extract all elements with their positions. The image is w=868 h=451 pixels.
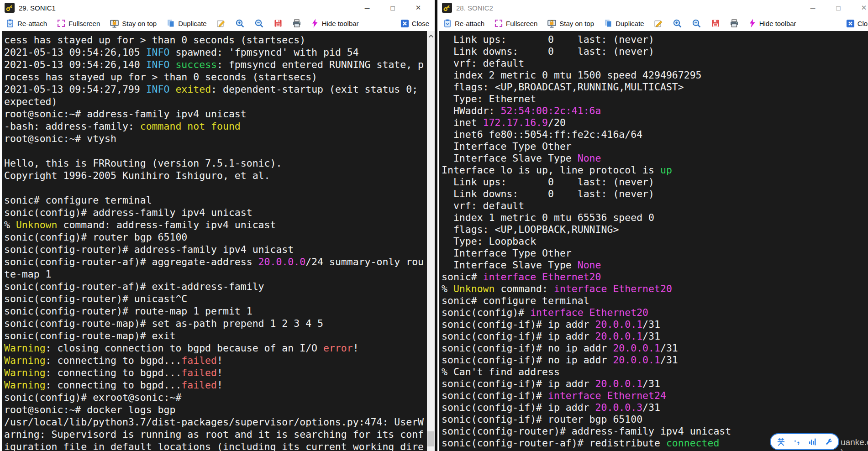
window-title: 29. SONIC1 xyxy=(19,4,56,12)
duplicate-icon xyxy=(604,19,613,28)
ime-settings-wrench-icon[interactable] xyxy=(825,438,833,446)
close-icon xyxy=(400,19,409,28)
zoom-in-button[interactable] xyxy=(235,19,245,28)
scrollbar-thumb[interactable] xyxy=(427,431,434,446)
terminal-line: vrf: default xyxy=(442,58,868,69)
terminal-line: Interface Slave Type None xyxy=(442,259,868,271)
duplicate-button[interactable]: Duplicate xyxy=(604,19,644,28)
duplicate-button[interactable]: Duplicate xyxy=(166,19,207,28)
terminal-line: inet6 fe80::5054:ff:fe2c:416a/64 xyxy=(442,129,868,141)
terminal-line: expected) xyxy=(4,95,427,108)
stay-on-top-button[interactable]: Stay on top xyxy=(110,19,157,28)
save-button[interactable] xyxy=(274,19,283,28)
close-button[interactable]: ✕ xyxy=(405,0,431,16)
ime-toolbar xyxy=(770,433,839,450)
terminal-line: index 2 metric 0 mtu 1500 speed 42949672… xyxy=(442,69,868,81)
window-sonic1: 29. SONIC1 ─ □ ✕ Re-attach Fullscreen St… xyxy=(0,0,435,451)
minimize-button[interactable]: ─ xyxy=(800,0,826,16)
close-console-button[interactable]: Close xyxy=(400,19,429,28)
edit-button[interactable] xyxy=(654,19,663,28)
terminal-line: Interface Type Other xyxy=(442,247,868,259)
scroll-up-icon[interactable] xyxy=(427,32,435,40)
save-floppy-icon xyxy=(274,19,283,28)
terminal-line: sonic# configure terminal xyxy=(442,295,868,307)
terminal-line: sonic(config-router)# route-map 1 permit… xyxy=(4,305,427,317)
hide-toolbar-button[interactable]: Hide toolbar xyxy=(311,19,359,28)
fullscreen-icon xyxy=(494,19,503,28)
ime-voice-icon[interactable] xyxy=(809,438,816,446)
reattach-button[interactable]: Re-attach xyxy=(5,19,47,28)
terminal-line: /usr/local/lib/python3.7/dist-packages/s… xyxy=(4,416,427,428)
terminal-line: root@sonic:~# address-family ipv4 unicas… xyxy=(4,108,427,120)
window-sonic2: 28. SONIC2 ─ □ ✕ Re-attach Fullscreen St… xyxy=(437,0,868,451)
terminal-sonic1[interactable]: cess has stayed up for > than 0 seconds … xyxy=(2,31,435,451)
terminal-line: Interface Slave Type None xyxy=(442,152,868,164)
terminal-line: % Unknown command: address-family ipv4 u… xyxy=(4,219,427,231)
maximize-button[interactable]: □ xyxy=(380,0,405,16)
terminal-line: Interface Type Other xyxy=(442,141,868,152)
reattach-label: Re-attach xyxy=(17,20,47,27)
terminal-line: te-map 1 xyxy=(4,268,427,280)
terminal-line: sonic(config)# router bgp 65100 xyxy=(4,231,427,243)
fullscreen-button[interactable]: Fullscreen xyxy=(494,19,537,28)
window-controls: ─ □ ✕ xyxy=(354,0,435,16)
print-button[interactable] xyxy=(730,19,739,28)
terminal-line: vrf: default xyxy=(442,200,868,212)
ime-punctuation-icon[interactable] xyxy=(794,438,800,446)
duplicate-label: Duplicate xyxy=(178,20,207,27)
terminal-line: -bash: address-family: command not found xyxy=(4,120,427,132)
close-label: Close xyxy=(412,20,429,27)
stay-on-top-button[interactable]: Stay on top xyxy=(547,19,594,28)
fullscreen-icon xyxy=(57,19,66,28)
scrollbar[interactable] xyxy=(427,31,435,451)
zoom-out-icon xyxy=(692,19,701,28)
maximize-button[interactable]: □ xyxy=(826,0,851,16)
terminal-line: sonic(config-router-af)# aggregate-addre… xyxy=(4,256,427,268)
terminal-line: Link ups: 0 last: (never) xyxy=(442,176,868,188)
stay-on-top-icon xyxy=(110,19,119,28)
toolbar: Re-attach Fullscreen Stay on top Duplica… xyxy=(437,16,868,31)
save-button[interactable] xyxy=(711,19,720,28)
print-button[interactable] xyxy=(292,19,301,28)
titlebar: 29. SONIC1 ─ □ ✕ xyxy=(0,0,435,16)
reattach-button[interactable]: Re-attach xyxy=(443,19,484,28)
zoom-in-button[interactable] xyxy=(673,19,682,28)
reattach-icon xyxy=(443,19,452,28)
window-controls: ─ □ ✕ xyxy=(800,0,868,16)
hide-toolbar-label: Hide toolbar xyxy=(322,20,359,27)
duplicate-label: Duplicate xyxy=(615,20,644,27)
terminal-line: sonic# configure terminal xyxy=(4,194,427,206)
terminal-line: index 1 metric 0 mtu 65536 speed 0 xyxy=(442,212,868,224)
terminal-line: flags: <UP,BROADCAST,RUNNING,MULTICAST> xyxy=(442,81,868,93)
hide-toolbar-button[interactable]: Hide toolbar xyxy=(748,19,796,28)
ime-language-icon[interactable] xyxy=(776,437,786,446)
terminal-sonic2[interactable]: Link ups: 0 last: (never) Link downs: 0 … xyxy=(439,31,868,451)
terminal-line: sonic(config-if)# ip addr 20.0.0.1/31 xyxy=(442,378,868,390)
terminal-line: sonic(config)# exroot@sonic:~# xyxy=(4,391,427,404)
minimize-button[interactable]: ─ xyxy=(354,0,380,16)
terminal-line: sonic(config-if)# no ip addr 20.0.0.1/31 xyxy=(442,342,868,354)
zoom-out-button[interactable] xyxy=(692,19,701,28)
toolbar: Re-attach Fullscreen Stay on top Duplica… xyxy=(0,16,435,31)
terminal-line: Interface lo is up, line protocol is up xyxy=(442,164,868,176)
terminal-line: sonic(config)# interface Ethernet20 xyxy=(442,307,868,319)
terminal-line: Link downs: 0 last: (never) xyxy=(442,188,868,200)
close-icon xyxy=(846,19,855,28)
edit-pencil-icon xyxy=(654,19,663,28)
terminal-line: Copyright 1996-2005 Kunihiro Ishiguro, e… xyxy=(4,169,427,182)
fullscreen-button[interactable]: Fullscreen xyxy=(57,19,100,28)
reattach-icon xyxy=(5,19,15,28)
stay-on-top-label: Stay on top xyxy=(122,20,157,27)
terminal-line: cess has stayed up for > than 0 seconds … xyxy=(4,34,427,46)
terminal-line: sonic(config-route-map)# set as-path pre… xyxy=(4,317,427,330)
edit-button[interactable] xyxy=(216,19,226,28)
close-button[interactable]: ✕ xyxy=(851,0,868,16)
terminal-line: % Unknown command: interface Ethernet20 xyxy=(442,283,868,295)
close-label: Close xyxy=(857,20,868,27)
zoom-out-button[interactable] xyxy=(254,19,264,28)
window-title: 28. SONIC2 xyxy=(456,4,493,12)
terminal-line: sonic(config-router-af)# exit-address-fa… xyxy=(4,280,427,293)
stay-on-top-label: Stay on top xyxy=(559,20,594,27)
save-floppy-icon xyxy=(711,19,720,28)
close-console-button[interactable]: Close xyxy=(846,19,868,28)
